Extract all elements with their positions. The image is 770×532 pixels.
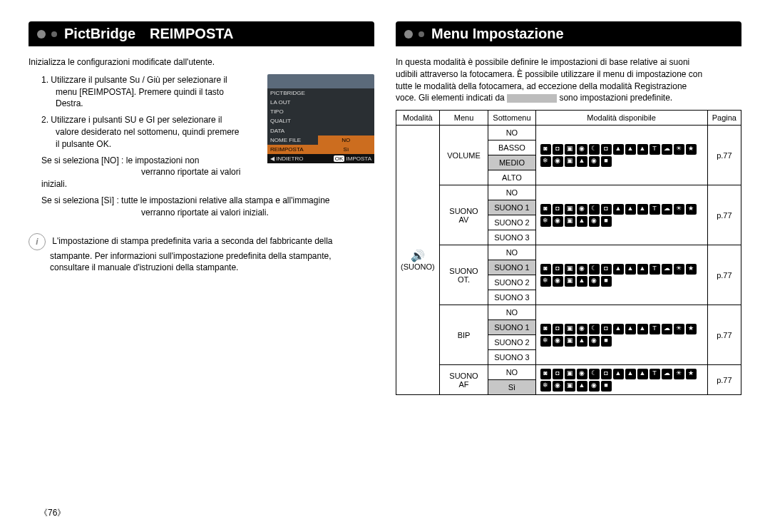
mode-icon: ▣ [565,216,575,227]
mode-icon: ▲ [613,144,624,155]
mode-label: (SUONO) [401,262,435,271]
sel-si-a: Se si seleziona [Sì] : tutte le impostaz… [41,195,329,205]
mode-icon: ★ [686,324,697,334]
mode-icon: ◘ [553,264,563,275]
menu-cell: SUONO AF [439,365,488,395]
mode-icon: ◙ [540,324,551,334]
right-header: Menu Impostazione [396,21,741,46]
mode-icon: ▲ [637,204,648,215]
submenu-cell: NO [488,365,535,380]
submenu-cell: BASSO [488,140,535,155]
mode-icon: ▲ [577,156,587,167]
mode-icon: ◙ [540,204,551,215]
mode-icon: ★ [686,144,697,155]
mode-icon: ◉ [589,156,600,167]
mode-icon: ☀ [674,144,684,155]
mode-icon: ◙ [540,264,551,275]
page-cell: p.77 [707,365,741,395]
mode-icon: ▣ [565,204,575,215]
info-icon: i [29,233,46,250]
right-intro: In questa modalità è possibile definire … [396,56,741,104]
mode-icon: ☾ [589,324,600,334]
mode-icon: ◉ [577,369,587,379]
mode-icon: ☾ [589,264,600,275]
mode-icon: T [650,324,660,334]
mode-icon: ❄ [540,156,551,167]
mode-icon: ▲ [613,204,624,215]
submenu-cell: MEDIO [488,155,535,170]
page-number: 《76》 [39,507,66,519]
note-line2: stampante. Per informazioni sull'imposta… [29,251,332,261]
mode-icon: ◉ [553,156,563,167]
mode-icon: ◉ [589,216,600,227]
mode-icon: ❄ [540,276,551,287]
osd-item: LA OUT [267,98,374,107]
submenu-cell: SUONO 1 [488,320,535,335]
mode-icon: T [650,144,660,155]
submenu-cell: SUONO 3 [488,350,535,365]
mode-icon: ◘ [553,324,563,334]
sel-no-a: Se si seleziona [NO] : le impostazioni n… [41,155,199,165]
mode-icon: ◘ [553,204,563,215]
th-page: Pagina [707,111,741,126]
osd-reimposta: REIMPOSTA [267,145,318,154]
mode-icon: ■ [601,216,612,227]
mode-icon: ▲ [637,369,648,379]
mode-icon: ■ [601,336,612,347]
mode-icon: ▣ [565,156,575,167]
mode-icon: T [650,204,660,215]
osd-ok: OK [334,155,345,162]
mode-icon: ▣ [565,144,575,155]
osd-imposta: IMPOSTA [346,155,371,162]
osd-back-arrow: ◀ [270,155,274,162]
mode-col: 🔊(SUONO) [396,126,440,395]
osd-item: QUALIT [267,116,374,126]
submenu-cell: NO [488,185,535,200]
submenu-cell: SUONO 2 [488,335,535,350]
submenu-cell: NO [488,245,535,260]
mode-icon: ◘ [601,204,612,215]
menu-cell: BIP [439,305,488,365]
mode-icon: ▲ [625,369,636,379]
intro: Inizializza le configurazioni modificate… [29,56,374,68]
mode-icon: ★ [686,264,697,275]
osd-title: PICTBRIDGE [267,88,374,98]
sel-si-b: verranno riportate ai valori iniziali. [41,208,269,218]
mode-icon: ☁ [662,144,672,155]
mode-icon: ◉ [577,144,587,155]
osd-item: NOME FILE [267,135,318,145]
left-body: Inizializza le configurazioni modificate… [29,56,374,274]
mode-icon: ❄ [540,381,551,392]
step1-line1: 1. Utilizzare il pulsante Su / Giù per s… [41,75,227,85]
mode-icon: ☁ [662,324,672,334]
mode-icon: ☁ [662,369,672,379]
mode-icon: ▲ [577,381,587,392]
mode-icon: ■ [601,156,612,167]
p4a: voce. Gli elementi indicati da [396,93,505,103]
default-chip [507,94,557,103]
mode-icon: ☾ [589,204,600,215]
mode-icon: ◉ [589,381,600,392]
mode-icon: ▲ [625,264,636,275]
step2-line2: valore desiderato nel sottomenu, quindi … [41,127,239,137]
mode-icon: ◙ [540,369,551,379]
table-row: 🔊(SUONO)VOLUMENO◙◘▣◉☾◘▲▲▲T☁☀★❄◉▣▲◉■p.77 [396,126,741,140]
submenu-cell: SUONO 2 [488,215,535,230]
avail-cell: ◙◘▣◉☾◘▲▲▲T☁☀★❄◉▣▲◉■ [535,185,707,245]
mode-icon: ◉ [577,324,587,334]
mode-icon: ◉ [577,204,587,215]
mode-icon: T [650,264,660,275]
mode-icon: ▲ [613,369,624,379]
submenu-cell: SUONO 3 [488,230,535,245]
note-line3: consultare il manuale d'istruzioni della… [29,262,238,272]
settings-table: Modalità Menu Sottomenu Modalità disponi… [396,110,741,395]
mode-icon: ◘ [553,144,563,155]
mode-icon: ◉ [553,216,563,227]
mode-icon: ▲ [625,324,636,334]
mode-icon: ◘ [553,369,563,379]
mode-icon: ▣ [565,369,575,379]
avail-cell: ◙◘▣◉☾◘▲▲▲T☁☀★❄◉▣▲◉■ [535,245,707,305]
mode-icon: T [650,369,660,379]
table-row: SUONO AVNO◙◘▣◉☾◘▲▲▲T☁☀★❄◉▣▲◉■p.77 [396,185,741,200]
sel-no-b: verranno riportate ai valori iniziali. [41,167,240,189]
